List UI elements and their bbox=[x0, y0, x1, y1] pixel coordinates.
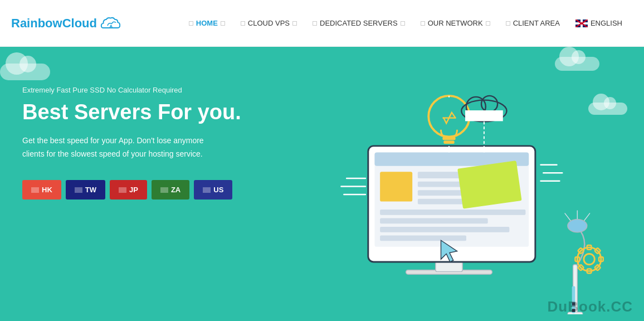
btn-tw[interactable]: TW bbox=[66, 180, 105, 200]
logo-text: RainbowCloud bbox=[11, 16, 97, 31]
svg-rect-17 bbox=[443, 140, 454, 144]
nav-dedicated[interactable]: DEDICATED SERVERS bbox=[305, 0, 413, 47]
main-nav: HOME CLOUD VPS DEDICATED SERVERS OUR NET… bbox=[181, 0, 633, 47]
btn-us[interactable]: US bbox=[194, 180, 232, 200]
btn-jp[interactable]: JP bbox=[110, 180, 147, 200]
watermark: DuBook.CC bbox=[548, 298, 633, 315]
btn-za[interactable]: ZA bbox=[152, 180, 189, 200]
svg-rect-13 bbox=[380, 227, 509, 232]
logo-icon bbox=[99, 16, 120, 31]
btn-za-label: ZA bbox=[171, 186, 180, 194]
btn-us-label: US bbox=[213, 186, 223, 194]
tw-flag-icon bbox=[75, 187, 82, 193]
logo[interactable]: RainbowCloud bbox=[11, 16, 120, 31]
svg-rect-14 bbox=[380, 236, 466, 241]
nav-client-label: CLIENT AREA bbox=[513, 19, 560, 27]
nav-arrow-net bbox=[486, 21, 490, 26]
nav-vps-label: CLOUD VPS bbox=[248, 19, 290, 27]
nav-ded-label: DEDICATED SERVERS bbox=[320, 19, 398, 27]
nav-cloud-vps[interactable]: CLOUD VPS bbox=[233, 0, 305, 47]
hero-title: Best Servers For you. bbox=[22, 101, 256, 124]
nav-arrow-vps bbox=[292, 21, 297, 26]
hero-buttons: HK TW JP ZA US bbox=[22, 180, 256, 200]
btn-hk-label: HK bbox=[42, 186, 52, 194]
nav-square-ded bbox=[313, 21, 317, 26]
cloud-bg-1 bbox=[0, 64, 50, 80]
nav-net-label: OUR NETWORK bbox=[428, 19, 483, 27]
uk-flag-icon bbox=[575, 20, 588, 27]
hero-description: Get the best speed for your App. Don't l… bbox=[22, 134, 223, 161]
hero-content: Extremely Fast Pure SSD No Calculator Re… bbox=[22, 69, 256, 200]
svg-point-23 bbox=[481, 96, 497, 112]
nav-arrow-home bbox=[221, 21, 225, 26]
svg-rect-11 bbox=[380, 210, 525, 215]
nav-square-home bbox=[189, 21, 193, 26]
hero-section: Extremely Fast Pure SSD No Calculator Re… bbox=[0, 47, 644, 321]
us-flag-icon bbox=[203, 187, 211, 193]
lang-selector[interactable]: ENGLISH bbox=[568, 0, 633, 47]
nav-home-label: HOME bbox=[196, 19, 218, 27]
logo-name2: Cloud bbox=[62, 16, 97, 30]
logo-name1: Rainbow bbox=[11, 16, 62, 30]
hk-flag-icon bbox=[31, 187, 39, 193]
svg-rect-5 bbox=[380, 172, 412, 201]
nav-square-client bbox=[506, 21, 510, 26]
nav-client-area[interactable]: CLIENT AREA bbox=[498, 0, 568, 47]
za-flag-icon bbox=[160, 187, 168, 193]
nav-square-net bbox=[421, 21, 425, 26]
lang-label: ENGLISH bbox=[591, 19, 622, 27]
svg-line-36 bbox=[565, 213, 570, 221]
svg-rect-12 bbox=[380, 218, 488, 224]
svg-rect-10 bbox=[457, 160, 522, 209]
btn-tw-label: TW bbox=[85, 186, 96, 194]
svg-point-40 bbox=[584, 254, 594, 264]
btn-jp-label: JP bbox=[129, 186, 138, 194]
btn-hk[interactable]: HK bbox=[22, 180, 61, 200]
nav-square-vps bbox=[241, 21, 245, 26]
hero-illustration bbox=[282, 75, 616, 314]
nav-network[interactable]: OUR NETWORK bbox=[413, 0, 498, 47]
svg-line-38 bbox=[584, 213, 590, 221]
jp-flag-icon bbox=[119, 187, 126, 193]
svg-rect-24 bbox=[465, 110, 503, 121]
svg-rect-16 bbox=[442, 137, 455, 140]
svg-point-35 bbox=[568, 220, 587, 232]
cloud-bg-2 bbox=[555, 57, 599, 71]
nav-arrow-ded bbox=[401, 21, 405, 26]
nav-home[interactable]: HOME bbox=[181, 0, 233, 47]
svg-rect-9 bbox=[418, 199, 466, 205]
hero-subtitle: Extremely Fast Pure SSD No Calculator Re… bbox=[22, 86, 256, 94]
header: RainbowCloud HOME CLOUD VPS DEDICATED SE… bbox=[0, 0, 644, 47]
